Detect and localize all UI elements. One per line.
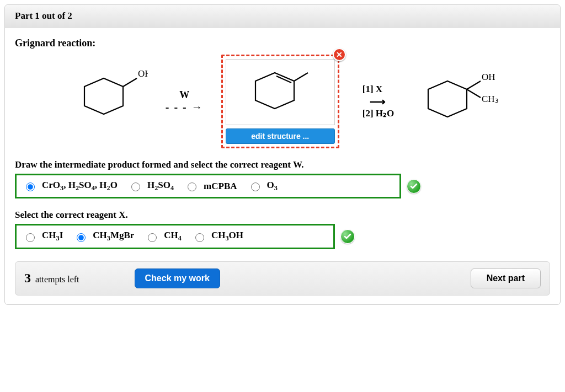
next-part-button[interactable]: Next part <box>471 269 541 288</box>
option-reagentX[interactable]: CH3I <box>23 230 63 243</box>
starting-material: OH <box>65 70 148 133</box>
radio-input[interactable] <box>26 233 35 242</box>
option-label: CH4 <box>164 230 182 243</box>
svg-marker-2 <box>255 73 294 109</box>
option-label: O3 <box>267 180 278 192</box>
close-icon[interactable]: ✕ <box>333 48 346 61</box>
svg-marker-0 <box>84 78 123 114</box>
question-panel: Part 1 out of 2 Grignard reaction: OH W … <box>4 4 561 305</box>
part-header: Part 1 out of 2 <box>5 5 560 28</box>
option-reagentW[interactable]: mCPBA <box>185 181 237 192</box>
option-label: CrO3, H2SO4, H2O <box>42 180 118 192</box>
oh-label: OH <box>138 70 148 79</box>
question-title: Grignard reaction: <box>15 37 550 49</box>
arrow-icon: ⟶ <box>363 95 395 108</box>
option-label: CH3I <box>42 230 63 243</box>
options-w-row: CrO3, H2SO4, H2OH2SO4mCPBAO3 <box>15 174 401 198</box>
footer-bar: 3 attempts left Check my work Next part <box>15 261 550 296</box>
product-oh-label: OH <box>482 72 495 82</box>
product-structure: OH CH₃ <box>412 70 500 133</box>
checkmark-icon <box>340 229 355 244</box>
dashed-arrow-icon: - - - → <box>166 101 204 114</box>
reagent-x-arrow: [1] X ⟶ [2] H₂O <box>363 83 395 120</box>
radio-input[interactable] <box>188 182 196 191</box>
structure-editor: edit structure ... ✕ <box>221 55 339 148</box>
option-label: CH3MgBr <box>93 230 134 243</box>
product-structure-svg: OH CH₃ <box>412 70 500 131</box>
option-reagentW[interactable]: H2SO4 <box>129 180 174 192</box>
attempts-left: 3 attempts left <box>24 271 79 286</box>
option-label: H2SO4 <box>147 180 174 192</box>
prompt-w: Draw the intermediate product formed and… <box>15 159 550 170</box>
reagent-step1: [1] X <box>363 83 395 96</box>
radio-input[interactable] <box>148 233 157 242</box>
radio-input[interactable] <box>131 182 140 191</box>
option-reagentW[interactable]: O3 <box>248 180 278 192</box>
radio-input[interactable] <box>26 182 35 191</box>
radio-input[interactable] <box>251 182 260 191</box>
option-reagentX[interactable]: CH4 <box>145 230 182 243</box>
close-glyph: ✕ <box>336 50 343 59</box>
svg-line-1 <box>123 78 137 87</box>
check-my-work-button[interactable]: Check my work <box>135 269 220 288</box>
drawn-structure-svg <box>236 62 324 122</box>
attempts-text: attempts left <box>35 275 79 284</box>
product-ch3-label: CH₃ <box>482 94 499 104</box>
radio-input[interactable] <box>77 233 86 242</box>
drawn-structure-canvas[interactable] <box>226 59 335 125</box>
reagent-w-label: W <box>166 89 204 101</box>
edit-structure-button[interactable]: edit structure ... <box>226 128 335 144</box>
starting-structure-svg: OH <box>65 70 148 131</box>
attempts-number: 3 <box>24 271 31 285</box>
checkmark-icon <box>407 179 421 194</box>
options-x-row: CH3ICH3MgBrCH4CH3OH <box>15 224 335 249</box>
part-header-text: Part 1 out of 2 <box>15 10 72 21</box>
content-area: Grignard reaction: OH W - - - → <box>5 28 560 249</box>
option-reagentX[interactable]: CH3OH <box>193 230 243 243</box>
svg-line-4 <box>294 73 308 81</box>
svg-marker-5 <box>428 81 467 117</box>
option-label: CH3OH <box>211 230 243 243</box>
svg-line-6 <box>467 81 481 89</box>
reaction-scheme: OH W - - - → <box>15 55 550 148</box>
option-reagentW[interactable]: CrO3, H2SO4, H2O <box>23 180 118 192</box>
reagent-step2: [2] H₂O <box>363 107 395 120</box>
reagent-w-arrow: W - - - → <box>166 89 204 114</box>
option-reagentX[interactable]: CH3MgBr <box>74 230 134 243</box>
option-label: mCPBA <box>204 181 237 192</box>
svg-line-7 <box>467 89 481 98</box>
radio-input[interactable] <box>195 233 204 242</box>
prompt-x: Select the correct reagent X. <box>15 210 550 221</box>
